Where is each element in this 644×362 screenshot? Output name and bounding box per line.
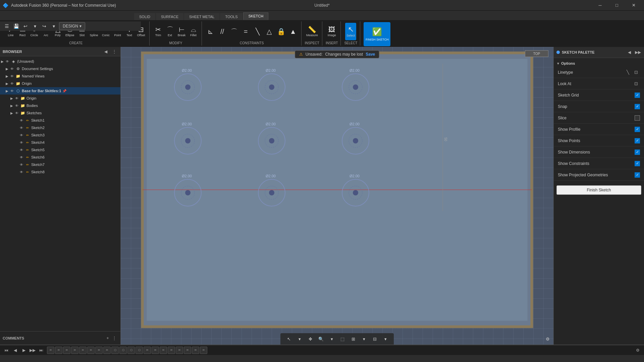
visibility-icon[interactable]: 👁	[9, 73, 15, 79]
tree-item-sketch8[interactable]: 👁✏Sketch8	[0, 168, 120, 176]
visibility-icon[interactable]: 👁	[14, 103, 19, 108]
tree-item-sketch3[interactable]: 👁✏Sketch3	[0, 131, 120, 139]
comments-expand[interactable]: +	[104, 335, 111, 342]
visibility-icon[interactable]: 👁	[19, 155, 24, 160]
tree-item-sketch4[interactable]: 👁✏Sketch4	[0, 139, 120, 146]
view-options-dropdown[interactable]: ▾	[381, 335, 390, 343]
view-options[interactable]: ⊟	[370, 335, 379, 343]
show-constraints-row[interactable]: Show Constraints ✓	[554, 158, 644, 169]
timeline-item[interactable]: ✏	[184, 347, 191, 354]
zoom-dropdown[interactable]: ▾	[327, 335, 336, 343]
timeline-item[interactable]: ⬡	[111, 347, 119, 354]
snap-row[interactable]: Snap ✓	[554, 101, 644, 112]
timeline-item[interactable]: ✏	[168, 347, 175, 354]
orbit-button[interactable]: ↖	[284, 335, 293, 343]
tree-arrow[interactable]: ▶	[9, 97, 14, 100]
save-link[interactable]: Save	[366, 52, 375, 57]
timeline-item[interactable]: ✏	[152, 347, 159, 354]
close-button[interactable]: ✕	[626, 0, 641, 11]
show-profile-row[interactable]: Show Profile ✓	[554, 124, 644, 135]
tree-item-origin[interactable]: ▶👁📁Origin	[0, 80, 120, 87]
timeline-item[interactable]: ⬡	[136, 347, 143, 354]
equal-constraint[interactable]: =	[240, 23, 251, 40]
view-top[interactable]: TOP	[525, 50, 548, 57]
redo-dropdown[interactable]: ▾	[50, 22, 58, 30]
insert-image-tool[interactable]: 🖼Image	[326, 23, 337, 40]
tree-arrow[interactable]: ▶	[5, 74, 9, 78]
timeline-play[interactable]: ▶	[20, 347, 28, 354]
browser-collapse[interactable]: ◀	[102, 48, 109, 55]
timeline-last[interactable]: ⏭	[38, 347, 45, 354]
tree-item-origin[interactable]: ▶👁📁Origin	[0, 95, 120, 102]
visibility-icon[interactable]: 👁	[19, 162, 24, 167]
fit-button[interactable]: ⬚	[338, 335, 347, 343]
grid-dropdown[interactable]: ▾	[360, 335, 368, 343]
look-at-icon[interactable]: ⊡	[632, 80, 640, 88]
palette-expand-right[interactable]: ▶▶	[635, 49, 641, 56]
browser-options[interactable]: ⋮	[111, 48, 118, 55]
ribbon-tab-surface[interactable]: SURFACE	[156, 13, 183, 20]
visibility-icon[interactable]: 👁	[19, 118, 24, 123]
options-header[interactable]: ▼ Options	[554, 60, 644, 67]
ribbon-tab-tools[interactable]: TOOLS	[220, 13, 243, 20]
canvas-area[interactable]: Ø2.00 Ø2.00 Ø2.00 Ø2.00	[121, 47, 553, 345]
ribbon-tab-sheet-metal[interactable]: SHEET METAL	[184, 13, 219, 20]
show-points-checkbox[interactable]: ✓	[635, 138, 640, 143]
linetype-icon2[interactable]: ⊡	[632, 68, 640, 76]
tree-arrow[interactable]: ▶	[9, 111, 14, 115]
show-projected-row[interactable]: Show Projected Geometries ✓	[554, 169, 644, 181]
tree-arrow[interactable]: ▶	[9, 104, 14, 108]
tree-item-sketch7[interactable]: 👁✏Sketch7	[0, 161, 120, 168]
visibility-icon[interactable]: 👁	[19, 169, 24, 175]
fix-constraint[interactable]: 🔒	[276, 23, 287, 40]
timeline-item[interactable]: ✏	[160, 347, 167, 354]
show-dimensions-checkbox[interactable]: ✓	[635, 149, 640, 155]
design-dropdown[interactable]: DESIGN ▾	[59, 22, 85, 30]
timeline-item[interactable]: ⬡	[127, 347, 135, 354]
slice-checkbox[interactable]	[635, 115, 640, 121]
timeline-item[interactable]: ✏	[192, 347, 199, 354]
visibility-icon[interactable]: 👁	[19, 140, 24, 145]
timeline-item[interactable]: ✏	[95, 347, 103, 354]
timeline-item[interactable]: ✏	[63, 347, 70, 354]
grid-button[interactable]: ⊞	[349, 335, 358, 343]
timeline-item[interactable]: ✏	[55, 347, 62, 354]
ribbon-tab-sketch[interactable]: SKETCH	[243, 12, 268, 20]
break-tool[interactable]: ⊢Break	[176, 23, 187, 40]
save-button[interactable]: 💾	[12, 22, 20, 30]
select-tool[interactable]: ↖Select	[345, 23, 356, 40]
tree-arrow[interactable]: ▶	[0, 60, 5, 63]
parallel-constraint[interactable]: //	[217, 23, 228, 40]
tree-item-document-settings[interactable]: ▶👁⚙Document Settings	[0, 65, 120, 72]
undo-dropdown[interactable]: ▾	[31, 22, 39, 30]
finish-sketch-palette-button[interactable]: Finish Sketch	[556, 185, 641, 195]
sketch-grid-checkbox[interactable]: ✓	[635, 93, 640, 98]
timeline-first[interactable]: ⏮	[3, 347, 10, 354]
pan-button[interactable]: ✥	[306, 335, 315, 343]
app-menu-button[interactable]: ☰	[3, 22, 11, 30]
tree-item-base-for-bar-skittles-1[interactable]: ▶👁⬡Base for Bar Skittles:1📌	[0, 87, 120, 95]
visibility-icon[interactable]: 👁	[5, 59, 10, 64]
visibility-icon[interactable]: 👁	[19, 125, 24, 130]
tree-item-sketches[interactable]: ▶👁📁Sketches	[0, 109, 120, 117]
timeline-item[interactable]: ⬡	[119, 347, 127, 354]
tree-item-sketch5[interactable]: 👁✏Sketch5	[0, 146, 120, 154]
tree-item-(unsaved)[interactable]: ▶👁◈(Unsaved)	[0, 58, 120, 65]
midpoint-constraint[interactable]: ▲	[288, 23, 299, 40]
tree-item-sketch6[interactable]: 👁✏Sketch6	[0, 154, 120, 161]
collinear-constraint[interactable]: △	[264, 23, 275, 40]
visibility-icon[interactable]: 👁	[19, 147, 24, 153]
snap-checkbox[interactable]: ✓	[635, 104, 640, 109]
tangent-constraint[interactable]: ⌒	[229, 23, 239, 40]
tree-arrow[interactable]: ▶	[5, 89, 9, 93]
tree-arrow[interactable]: ▶	[5, 82, 9, 85]
timeline-item[interactable]: ✏	[47, 347, 54, 354]
measure-tool[interactable]: 📏Measure	[305, 23, 319, 40]
timeline-prev[interactable]: ◀	[11, 347, 19, 354]
coincident-constraint[interactable]: ╲	[252, 23, 263, 40]
finish-sketch-button[interactable]: ✅ FINISH SKETCH	[364, 22, 390, 46]
palette-collapse-left[interactable]: ◀	[626, 49, 633, 56]
slice-row[interactable]: Slice	[554, 112, 644, 124]
timeline-settings[interactable]: ⚙	[634, 347, 641, 354]
undo-button[interactable]: ↩	[21, 22, 30, 30]
